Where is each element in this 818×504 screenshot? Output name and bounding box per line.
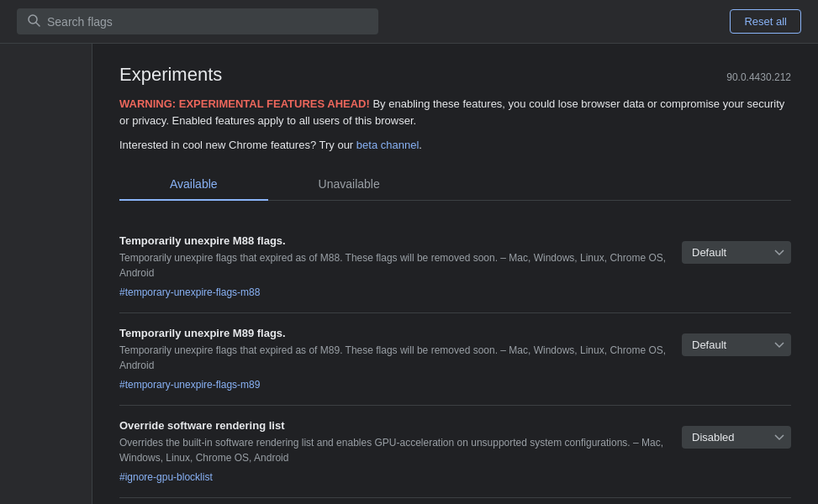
flags-list: Temporarily unexpire M88 flags. Temporar… xyxy=(119,221,791,498)
flag-item-m89: Temporarily unexpire M89 flags. Temporar… xyxy=(119,313,791,406)
flag-desc-m89: Temporarily unexpire flags that expired … xyxy=(119,343,668,373)
flag-link-m89[interactable]: #temporary-unexpire-flags-m89 xyxy=(119,379,260,391)
flag-item-m88: Temporarily unexpire M88 flags. Temporar… xyxy=(119,221,791,313)
beta-line: Interested in cool new Chrome features? … xyxy=(119,139,791,151)
search-icon xyxy=(27,13,40,29)
search-input[interactable] xyxy=(47,15,368,29)
main-header: Experiments 90.0.4430.212 xyxy=(119,64,791,86)
beta-channel-link[interactable]: beta channel xyxy=(356,139,419,151)
warning-box: WARNING: EXPERIMENTAL FEATURES AHEAD! By… xyxy=(119,96,791,129)
beta-prefix: Interested in cool new Chrome features? … xyxy=(119,139,356,151)
beta-period: . xyxy=(419,139,422,151)
flag-info-gpu: Override software rendering list Overrid… xyxy=(119,419,668,484)
flag-name-m89: Temporarily unexpire M89 flags. xyxy=(119,327,668,339)
svg-line-1 xyxy=(36,23,40,26)
flag-control-gpu: Default Enabled Disabled xyxy=(682,426,791,449)
flag-item-gpu: Override software rendering list Overrid… xyxy=(119,406,791,498)
topbar: Reset all xyxy=(0,0,818,44)
flag-select-m89[interactable]: Default Enabled Disabled xyxy=(682,333,791,356)
page-title: Experiments xyxy=(119,64,222,86)
flag-control-m89: Default Enabled Disabled xyxy=(682,333,791,356)
layout: Experiments 90.0.4430.212 WARNING: EXPER… xyxy=(0,44,818,504)
flag-info-m88: Temporarily unexpire M88 flags. Temporar… xyxy=(119,234,668,299)
warning-title: WARNING: EXPERIMENTAL FEATURES AHEAD! xyxy=(119,97,370,110)
reset-all-button[interactable]: Reset all xyxy=(730,9,801,34)
flag-select-m88[interactable]: Default Enabled Disabled xyxy=(682,241,791,264)
sidebar xyxy=(0,44,92,504)
flag-name-m88: Temporarily unexpire M88 flags. xyxy=(119,234,668,247)
main-content: Experiments 90.0.4430.212 WARNING: EXPER… xyxy=(92,44,818,504)
flag-info-m89: Temporarily unexpire M89 flags. Temporar… xyxy=(119,327,668,391)
flag-link-gpu[interactable]: #ignore-gpu-blocklist xyxy=(119,471,213,483)
flag-desc-m88: Temporarily unexpire flags that expired … xyxy=(119,250,668,281)
flag-control-m88: Default Enabled Disabled xyxy=(682,241,791,264)
flag-link-m88[interactable]: #temporary-unexpire-flags-m88 xyxy=(119,286,260,298)
search-wrapper xyxy=(17,8,378,34)
flag-select-gpu[interactable]: Default Enabled Disabled xyxy=(682,426,791,449)
tab-available[interactable]: Available xyxy=(119,169,268,201)
version-text: 90.0.4430.212 xyxy=(726,71,791,83)
flag-desc-gpu: Overrides the built-in software renderin… xyxy=(119,435,668,465)
tab-unavailable[interactable]: Unavailable xyxy=(268,169,430,201)
tabs-container: Available Unavailable xyxy=(119,168,791,201)
flag-name-gpu: Override software rendering list xyxy=(119,419,668,432)
